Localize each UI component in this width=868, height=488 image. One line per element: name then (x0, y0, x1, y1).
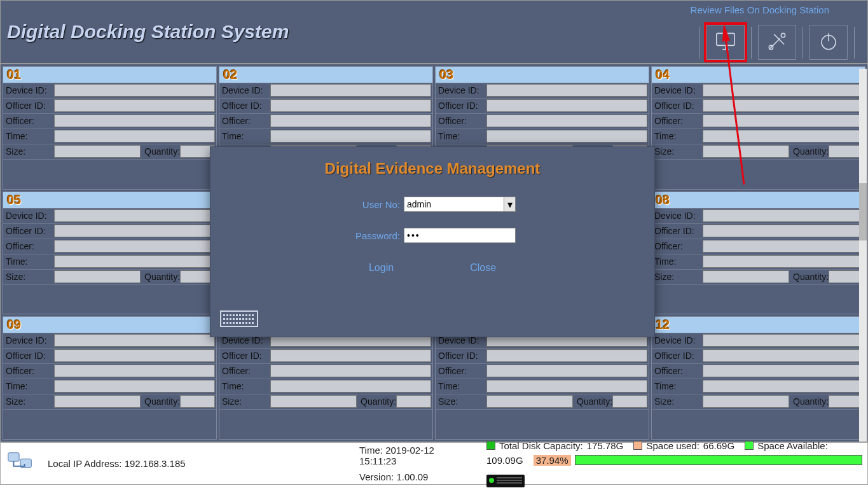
device-id-value (54, 84, 215, 97)
officer-value (270, 365, 431, 377)
version-value: 1.00.09 (396, 471, 428, 482)
slot-number: 12 (652, 317, 865, 333)
device-id-label: Device ID: (219, 83, 270, 98)
quantity-value (829, 395, 864, 408)
slot-progress-area (436, 409, 649, 439)
user-no-dropdown[interactable]: ▾ (504, 197, 516, 212)
time-value (54, 255, 215, 268)
quantity-label: Quantity: (574, 394, 612, 409)
time-value (703, 130, 864, 143)
onscreen-keyboard-button[interactable] (220, 310, 258, 327)
time-value (270, 380, 431, 393)
slot-progress-area (3, 284, 216, 314)
device-id-label: Device ID: (652, 209, 703, 223)
officer-id-value (703, 99, 864, 112)
monitor-icon (713, 29, 738, 56)
size-value (703, 270, 789, 283)
officer-id-value (703, 349, 864, 362)
officer-label: Officer: (219, 114, 270, 129)
quantity-label: Quantity: (790, 144, 829, 159)
size-label: Size: (652, 144, 703, 159)
time-value (54, 130, 215, 143)
officer-label: Officer: (3, 114, 54, 129)
dock-slot[interactable]: 05Device ID:Officer ID:Officer:Time:Size… (3, 192, 217, 315)
disk-avail-swatch (745, 441, 754, 450)
toolbar (699, 25, 855, 60)
time-label: Time: (3, 129, 54, 144)
login-button[interactable]: Login (369, 262, 394, 274)
slot-number: 05 (3, 192, 216, 208)
slot-progress-area (652, 284, 865, 314)
officer-id-label: Officer ID: (3, 349, 54, 363)
keyboard-icon (223, 314, 255, 324)
ip-label: Local IP Address: (48, 458, 121, 469)
time-value (486, 380, 647, 393)
svg-rect-0 (717, 33, 735, 45)
disk-avail-value: 109.09G (486, 455, 523, 466)
separator (854, 27, 855, 59)
device-id-value (486, 84, 647, 97)
officer-label: Officer: (219, 364, 270, 379)
disk-used-swatch (633, 441, 642, 450)
officer-value (54, 115, 215, 127)
size-value (54, 145, 141, 158)
svg-rect-8 (8, 453, 19, 461)
slot-progress-area (652, 159, 865, 189)
officer-id-value (486, 99, 647, 112)
dock-slot[interactable]: 09Device ID:Officer ID:Officer:Time:Size… (3, 316, 217, 440)
quantity-value (396, 395, 431, 408)
device-id-label: Device ID: (3, 83, 54, 98)
officer-value (703, 365, 864, 377)
quantity-value (829, 145, 864, 158)
officer-id-label: Officer ID: (3, 224, 54, 239)
quantity-label: Quantity: (358, 394, 396, 409)
quantity-label: Quantity: (142, 270, 180, 284)
quantity-value (829, 270, 864, 283)
vertical-scrollbar[interactable] (859, 69, 867, 442)
device-id-value (54, 209, 215, 222)
officer-id-label: Officer ID: (652, 224, 703, 239)
device-id-label: Device ID: (3, 209, 54, 223)
close-button[interactable]: Close (470, 262, 496, 274)
slot-number: 04 (652, 67, 865, 83)
officer-value (54, 365, 215, 377)
officer-id-label: Officer ID: (652, 99, 703, 113)
time-label: Time: (652, 379, 703, 394)
settings-button[interactable] (758, 25, 796, 60)
time-label: Time: (219, 379, 270, 394)
officer-id-value (54, 225, 215, 237)
password-input[interactable] (404, 228, 516, 243)
slot-progress-area (219, 409, 432, 439)
time-label: Time: (219, 129, 270, 144)
review-files-button[interactable] (706, 25, 745, 60)
tools-icon (765, 29, 789, 56)
size-label: Size: (219, 394, 270, 409)
power-button[interactable] (809, 25, 848, 60)
dialog-title: Digital Evidence Management (210, 160, 654, 178)
dock-slot[interactable]: 08Device ID:Officer ID:Officer:Time:Size… (651, 192, 865, 315)
dock-slot[interactable]: 04Device ID:Officer ID:Officer:Time:Size… (651, 66, 865, 190)
dock-slot[interactable]: 12Device ID:Officer ID:Officer:Time:Size… (651, 316, 865, 440)
status-bar: Local IP Address: 192.168.3.185 Time: 20… (0, 442, 868, 485)
disk-capacity-value: 175.78G (587, 440, 624, 451)
user-no-input[interactable] (404, 197, 504, 212)
device-id-label: Device ID: (3, 333, 54, 348)
officer-value (54, 240, 215, 253)
time-value (270, 130, 431, 143)
separator (699, 27, 700, 59)
dock-slot[interactable]: 01Device ID:Officer ID:Officer:Time:Size… (3, 66, 217, 190)
device-id-label: Device ID: (652, 83, 703, 98)
officer-value (270, 115, 431, 127)
officer-id-value (486, 349, 647, 362)
officer-label: Officer: (3, 239, 54, 254)
disk-avail-label: Space Available: (757, 440, 828, 451)
time-label: Time: (652, 129, 703, 144)
device-id-value (703, 209, 864, 222)
time-label: Time: (652, 254, 703, 269)
login-dialog: Digital Evidence Management User No: ▾ P… (210, 146, 655, 337)
officer-id-value (54, 349, 215, 362)
disk-pct: 37.94% (534, 455, 571, 466)
header: Digital Docking Station System Review Fi… (0, 0, 868, 64)
user-no-label: User No: (349, 199, 400, 210)
quantity-label: Quantity: (790, 270, 829, 284)
